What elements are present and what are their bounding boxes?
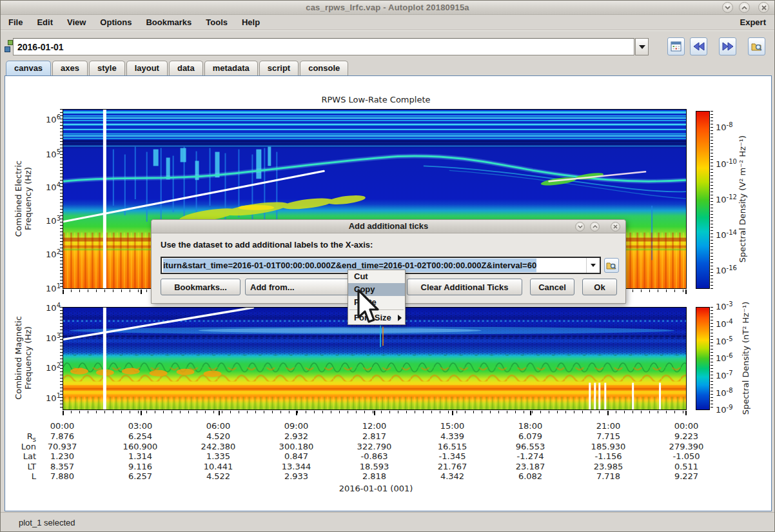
ephemeris-row-values: 70.937160.900242.380300.180322.79016.515… [23,442,725,451]
green-square-icon [8,40,13,45]
dialog-title: Add additional ticks [152,221,625,231]
tab[interactable]: script [259,61,299,75]
next-interval-button[interactable] [719,37,736,55]
magnetic-colorbar-label: Spectral Density (nT² Hz⁻¹) [741,262,750,455]
dialog-message: Use the dataset to add additional labels… [161,240,373,250]
electric-colorbar-tickmarks [711,111,713,289]
dialog-shade-button[interactable] [575,222,585,232]
menu-help[interactable]: Help [242,17,260,27]
magnetic-y-tickmarks [60,307,63,410]
mouse-cursor [357,289,386,329]
statusbar: plot_1 selected [1,512,774,532]
ephemeris-row-values: 1.2301.3141.3350.847-0.863-1.345-1.274-1… [23,451,725,461]
open-datasource-button[interactable] [748,37,765,55]
menu-view[interactable]: View [67,17,86,27]
window-title: cas_rpws_lrfc.vap - Autoplot 20180915a [1,3,774,12]
tab[interactable]: layout [126,61,168,75]
tab[interactable]: metadata [204,61,258,75]
calendar-button[interactable] [667,37,685,55]
tab[interactable]: data [169,61,203,75]
ephemeris-row-values: 7.8806.2574.5222.9332.8184.3426.0827.718… [23,471,725,481]
datasource-state-icon [5,40,13,54]
menu-tools[interactable]: Tools [206,17,228,27]
add-from-button[interactable]: Add from... [245,279,351,295]
tab-bar: canvasaxesstylelayoutdatametadatascriptc… [6,61,348,75]
menu-options[interactable]: Options [100,17,132,27]
dialog-maximize-button[interactable] [590,222,600,232]
x-axis-label: 2016-01-01 (001) [5,484,747,493]
chevron-down-icon [591,264,596,267]
dialog-close-button[interactable] [611,222,620,232]
ticks-uri-dropdown-button[interactable] [586,258,600,273]
uri-dropdown-button[interactable] [635,38,649,55]
chevron-up-icon [741,6,747,10]
context-menu-cut[interactable]: Cut [348,270,405,283]
tab[interactable]: style [89,61,125,75]
previous-interval-button[interactable] [690,37,707,55]
ephemeris-row-values: 8.3579.11610.44113.34418.59321.76723.187… [23,462,725,471]
magnetic-colorbar-tickmarks [711,307,713,410]
window-titlebar: cas_rpws_lrfc.vap - Autoplot 20180915a [1,1,774,15]
close-icon [761,5,767,10]
tab[interactable]: axes [52,61,88,75]
bookmarks-button[interactable]: Bookmarks... [161,279,240,295]
chevron-up-icon [593,225,598,228]
close-icon [613,224,618,229]
blue-square-icon [5,46,10,52]
autoplot-window: cas_rpws_lrfc.vap - Autoplot 20180915a F… [0,0,775,532]
magnetic-x-major-ticks [63,411,687,415]
menu-bookmarks[interactable]: Bookmarks [146,17,191,27]
magnetic-colorbar[interactable] [696,307,710,410]
magnetic-yticks: 104103102101 [31,76,61,411]
time-tick-labels: 00:0003:0006:0009:0012:0015:0018:0021:00… [23,421,725,431]
window-maximize-button[interactable] [739,2,750,13]
window-close-button[interactable] [758,2,769,13]
ok-button[interactable]: Ok [582,279,617,295]
menubar: File Edit View Options Bookmarks Tools H… [1,15,774,29]
submenu-arrow-icon [398,315,402,321]
electric-colorbar[interactable] [696,111,710,289]
uri-input[interactable] [13,38,634,55]
tab[interactable]: console [300,61,348,75]
folder-search-icon [606,261,617,270]
menu-file[interactable]: File [8,17,23,27]
tab[interactable]: canvas [6,61,51,75]
folder-search-icon [751,42,763,52]
dialog-titlebar: Add additional ticks [152,220,625,233]
calendar-icon [671,41,682,52]
ephemeris-row-values: 7.8766.2544.5202.9322.8174.3396.0797.715… [23,431,725,441]
fast-forward-icon [722,42,734,51]
chevron-down-icon [639,45,645,49]
clear-additional-ticks-button[interactable]: Clear Additional Ticks [407,279,522,295]
chevron-down-icon [578,225,583,228]
status-text: plot_1 selected [19,518,75,527]
menubar-separator [1,30,774,31]
menu-edit[interactable]: Edit [37,17,53,27]
ticks-open-button[interactable] [604,258,619,273]
chevron-down-icon [725,6,731,10]
plot-title: RPWS Low-Rate Complete [5,95,747,104]
window-shade-button[interactable] [722,2,733,13]
expert-mode-label[interactable]: Expert [740,17,766,27]
electric-y-tickmarks [60,109,63,289]
rewind-icon [693,42,705,51]
cancel-button[interactable]: Cancel [530,279,574,295]
